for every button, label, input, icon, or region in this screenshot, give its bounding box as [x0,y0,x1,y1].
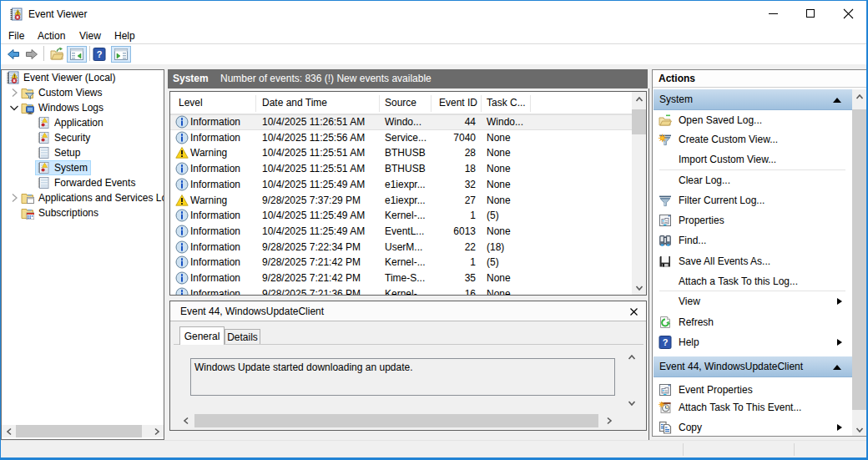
svg-text:?: ? [663,337,669,347]
svg-text:?: ? [97,49,103,59]
